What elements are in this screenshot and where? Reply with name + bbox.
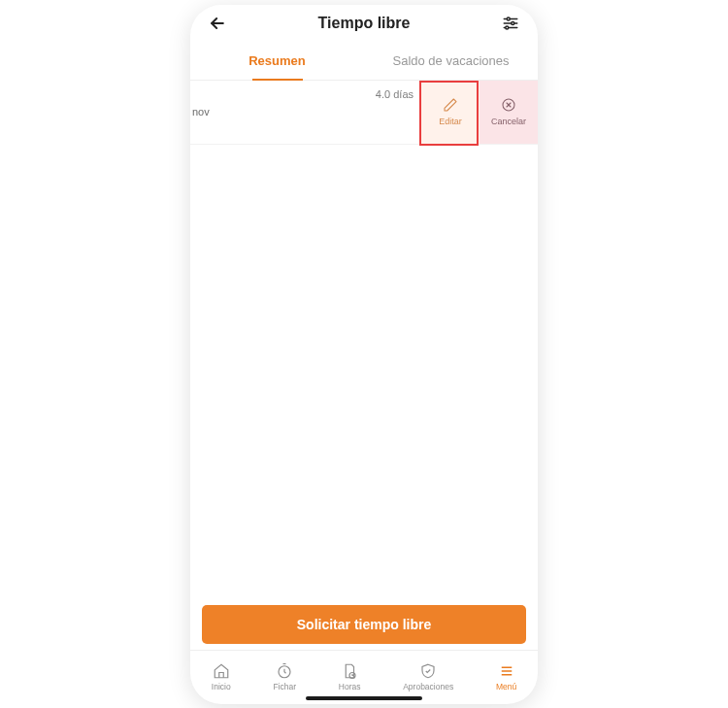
app-screen: Tiempo libre Resumen Saldo de vacaciones… [190, 5, 538, 704]
nav-home[interactable]: Inicio [212, 662, 231, 691]
top-bar: Tiempo libre [190, 5, 538, 42]
filter-button[interactable] [497, 10, 524, 37]
back-button[interactable] [204, 10, 231, 37]
request-row[interactable]: nov 4.0 días Editar Cancelar [190, 81, 538, 145]
nav-menu[interactable]: Menú [496, 662, 516, 691]
tabs: Resumen Saldo de vacaciones [190, 42, 538, 81]
shield-check-icon [419, 662, 437, 680]
nav-hours-label: Horas [339, 682, 361, 691]
nav-clock-label: Fichar [273, 682, 296, 691]
tab-summary[interactable]: Resumen [190, 42, 364, 80]
tab-balance[interactable]: Saldo de vacaciones [364, 42, 538, 80]
cancel-button[interactable]: Cancelar [480, 81, 538, 144]
nav-hours[interactable]: Horas [339, 662, 361, 691]
svg-point-1 [507, 17, 510, 20]
page-title: Tiempo libre [318, 15, 411, 32]
home-icon [213, 662, 230, 680]
pencil-icon [443, 97, 458, 113]
close-circle-icon [501, 97, 516, 113]
sliders-icon [502, 15, 519, 32]
edit-button[interactable]: Editar [421, 81, 480, 144]
nav-clock[interactable]: Fichar [273, 662, 296, 691]
svg-point-3 [512, 21, 514, 24]
nav-home-label: Inicio [212, 682, 231, 691]
edit-label: Editar [439, 117, 462, 126]
menu-icon [498, 662, 515, 680]
row-days: 4.0 días [215, 81, 421, 144]
nav-menu-label: Menú [496, 682, 516, 691]
content-area: nov 4.0 días Editar Cancelar [190, 81, 538, 595]
arrow-left-icon [208, 14, 227, 33]
home-indicator [306, 696, 422, 700]
nav-approvals[interactable]: Aprobaciones [403, 662, 453, 691]
stopwatch-icon [276, 662, 293, 680]
cancel-label: Cancelar [491, 117, 526, 126]
cta-wrap: Solicitar tiempo libre [190, 595, 538, 650]
nav-approvals-label: Aprobaciones [403, 682, 453, 691]
request-time-off-button[interactable]: Solicitar tiempo libre [202, 605, 526, 644]
row-month: nov [190, 81, 215, 144]
document-clock-icon [341, 662, 358, 680]
svg-point-5 [506, 26, 509, 29]
